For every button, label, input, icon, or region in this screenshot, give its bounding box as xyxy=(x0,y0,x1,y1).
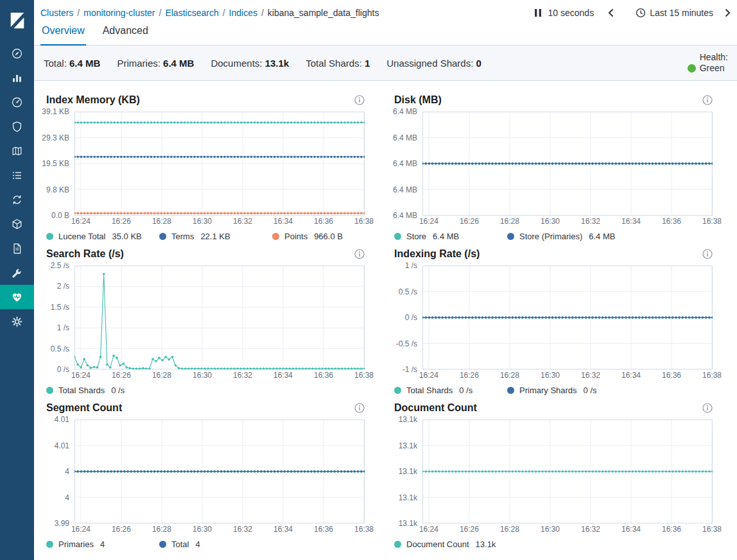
sync-arrows-icon xyxy=(11,194,23,206)
breadcrumb-link-elasticsearch[interactable]: Elasticsearch xyxy=(165,8,218,18)
x-axis-label: 16:32 xyxy=(581,217,600,226)
main-content: Clusters/monitoring-cluster/Elasticsearc… xyxy=(34,0,737,560)
legend-dot xyxy=(394,541,401,548)
chart-panel: Disk (MB) 6.4 MB6.4 MB6.4 MB6.4 MB6.4 MB… xyxy=(394,94,713,242)
tab-overview[interactable]: Overview xyxy=(40,21,86,46)
kibana-logo-icon xyxy=(8,11,27,30)
summary-primaries: Primaries: 6.4 MB xyxy=(117,58,194,69)
sidebar-item-infrastructure[interactable] xyxy=(0,212,34,236)
x-axis-label: 16:32 xyxy=(233,525,252,534)
breadcrumb: Clusters/monitoring-cluster/Elasticsearc… xyxy=(40,8,379,18)
y-axis-label: 1 /s xyxy=(405,262,417,269)
time-range-button[interactable]: Last 15 minutes xyxy=(636,8,713,18)
y-axis-label: 4 xyxy=(65,468,69,475)
chart-header: Indexing Rate (/s) xyxy=(394,248,713,260)
time-forward-button[interactable] xyxy=(725,8,731,17)
y-axis-label: 29.3 KB xyxy=(42,134,69,142)
chart-plot[interactable] xyxy=(422,112,713,216)
y-axis-label: 0.0 B xyxy=(51,212,69,219)
y-axis-label: 13.1k xyxy=(399,442,417,450)
y-axis-label: 6.4 MB xyxy=(393,160,417,167)
sidebar-item-monitoring[interactable] xyxy=(0,285,34,309)
time-range-label: Last 15 minutes xyxy=(650,8,713,18)
y-axis-label: 6.4 MB xyxy=(393,108,417,115)
y-axis-label: 13.1k xyxy=(399,468,417,475)
kibana-logo[interactable] xyxy=(0,0,34,41)
refresh-interval-button[interactable]: 10 seconds xyxy=(548,8,594,18)
legend-series-value: 4 xyxy=(100,539,105,549)
y-axis-label: 1 /s xyxy=(57,324,69,332)
tab-advanced[interactable]: Advanced xyxy=(101,21,150,45)
chart-body: 0.0 B9.8 KB19.5 KB29.3 KB39.1 KB 16:2416… xyxy=(46,112,365,227)
y-axis-label: 2.5 /s xyxy=(51,262,69,269)
chart-plot[interactable] xyxy=(74,266,365,369)
x-axis-label: 16:34 xyxy=(621,217,641,226)
cube-icon xyxy=(11,218,23,230)
x-axis-label: 16:38 xyxy=(354,525,374,534)
sidebar-item-apm[interactable] xyxy=(0,187,34,212)
breadcrumb-link-indices[interactable]: Indices xyxy=(229,8,257,18)
legend-series-name: Total xyxy=(171,539,189,549)
y-axis-label: 0 /s xyxy=(57,366,69,373)
chart-plot[interactable] xyxy=(74,420,365,523)
x-axis-label: 16:30 xyxy=(193,371,212,380)
chart-plot[interactable] xyxy=(422,420,713,523)
summary-value: 1 xyxy=(365,58,370,69)
x-axis-label: 16:34 xyxy=(273,371,293,380)
summary-value: 6.4 MB xyxy=(163,58,194,69)
legend-item: Primary Shards0 /s xyxy=(507,386,620,395)
info-icon[interactable] xyxy=(354,95,365,105)
x-axis-label: 16:32 xyxy=(581,371,600,380)
y-axis: 0 /s0.5 /s1 /s1.5 /s2 /s2.5 /s xyxy=(46,266,74,369)
y-axis: 6.4 MB6.4 MB6.4 MB6.4 MB6.4 MB xyxy=(394,112,422,216)
y-axis: 0.0 B9.8 KB19.5 KB29.3 KB39.1 KB xyxy=(46,112,74,216)
health-indicator: Health: Green xyxy=(688,52,728,74)
summary-label: Total Shards: xyxy=(306,58,362,69)
chart-title: Indexing Rate (/s) xyxy=(394,248,480,260)
sidebar-item-siem[interactable] xyxy=(0,114,34,139)
x-axis-label: 16:30 xyxy=(541,217,560,226)
sidebar-item-visualize[interactable] xyxy=(0,65,34,90)
x-axis-label: 16:28 xyxy=(152,525,171,534)
info-icon[interactable] xyxy=(702,249,713,259)
x-axis-label: 16:24 xyxy=(71,371,91,380)
x-axis-label: 16:24 xyxy=(419,525,438,534)
legend-dot xyxy=(394,233,401,240)
sidebar-item-reports[interactable] xyxy=(0,236,34,260)
breadcrumb-link-clusters[interactable]: Clusters xyxy=(40,8,73,18)
sidebar-item-dashboard[interactable] xyxy=(0,90,34,114)
top-bar: Clusters/monitoring-cluster/Elasticsearc… xyxy=(34,0,737,21)
sidebar-item-management[interactable] xyxy=(0,309,34,334)
info-icon[interactable] xyxy=(354,249,365,259)
chart-plot[interactable] xyxy=(74,112,365,216)
time-back-button[interactable] xyxy=(608,8,614,17)
summary-bar: Total: 6.4 MB Primaries: 6.4 MB Document… xyxy=(34,46,737,81)
chart-title: Disk (MB) xyxy=(394,94,442,106)
y-axis: 3.99444.014.01 xyxy=(46,420,74,523)
sidebar-item-discover[interactable] xyxy=(0,41,34,65)
info-icon[interactable] xyxy=(702,403,713,413)
wrench-icon xyxy=(11,267,23,279)
x-axis-label: 16:36 xyxy=(314,371,333,380)
sidebar-item-dev-tools[interactable] xyxy=(0,260,34,285)
chart-legend: Lucene Total35.0 KBTerms22.1 KBPoints966… xyxy=(46,230,365,242)
legend-dot xyxy=(46,387,53,394)
info-icon[interactable] xyxy=(702,95,713,105)
x-axis-label: 16:34 xyxy=(273,525,293,534)
sidebar-item-maps[interactable] xyxy=(0,139,34,163)
x-axis-label: 16:28 xyxy=(152,371,171,380)
y-axis-label: 0.5 /s xyxy=(399,288,417,296)
info-icon[interactable] xyxy=(354,403,365,413)
y-axis: 13.1k13.1k13.1k13.1k13.1k xyxy=(394,420,422,523)
chart-body: 3.99444.014.01 16:2416:2616:2816:3016:32… xyxy=(46,420,365,535)
summary-label: Primaries: xyxy=(117,58,160,69)
sidebar-item-logs[interactable] xyxy=(0,163,34,187)
pause-refresh-button[interactable] xyxy=(534,8,542,17)
health-status-value: Green xyxy=(700,63,725,74)
breadcrumb-link-cluster[interactable]: monitoring-cluster xyxy=(83,8,155,18)
chart-plot[interactable] xyxy=(422,266,713,369)
y-axis-label: 6.4 MB xyxy=(393,134,417,142)
x-axis: 16:2416:2616:2816:3016:3216:3416:3616:38 xyxy=(422,217,713,227)
x-axis: 16:2416:2616:2816:3016:3216:3416:3616:38 xyxy=(422,525,713,535)
summary-unassigned-shards: Unassigned Shards: 0 xyxy=(386,58,481,69)
